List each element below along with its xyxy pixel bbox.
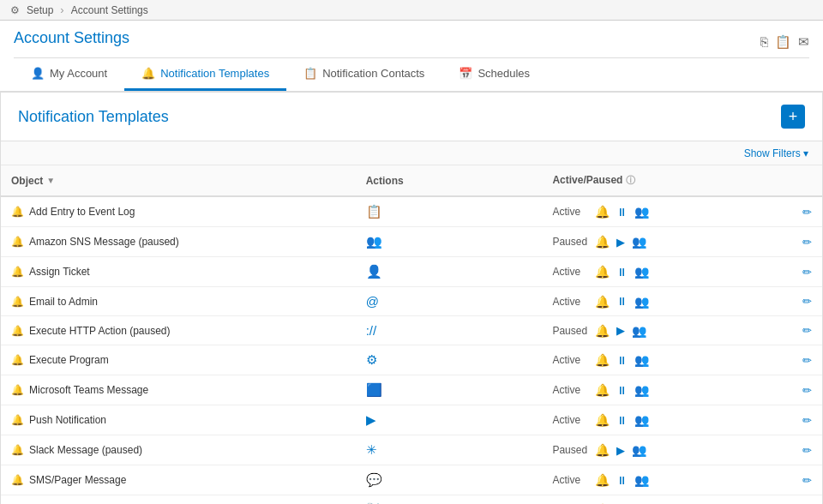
bell-action-icon[interactable]: 🔔 bbox=[595, 205, 610, 219]
pause-icon[interactable]: ⏸ bbox=[616, 354, 628, 367]
bell-action-icon[interactable]: 🔔 bbox=[595, 383, 610, 397]
cell-edit: ✏ bbox=[748, 316, 822, 345]
edit-icon[interactable]: ✏ bbox=[802, 384, 812, 397]
users-icon[interactable]: 👥 bbox=[634, 413, 649, 427]
cell-actions: 💬 bbox=[356, 465, 543, 495]
users-icon[interactable]: 👥 bbox=[632, 235, 646, 249]
cell-edit: ✏ bbox=[748, 227, 822, 257]
status-label: Active bbox=[552, 414, 588, 426]
table-header-row: Object ▼ Actions Active/Paused ⓘ bbox=[1, 165, 822, 196]
pause-icon[interactable]: ⏸ bbox=[616, 474, 628, 487]
edit-icon[interactable]: ✏ bbox=[802, 266, 812, 279]
edit-icon[interactable]: ✏ bbox=[802, 236, 812, 249]
bell-action-icon[interactable]: 🔔 bbox=[595, 473, 610, 487]
cell-actions: ✳ bbox=[356, 435, 543, 465]
bell-action-icon[interactable]: 🔔 bbox=[595, 265, 610, 279]
cell-status: Active 🔔 ⏸ 👥 bbox=[542, 465, 748, 495]
col-header-status: Active/Paused ⓘ bbox=[542, 165, 748, 196]
cell-actions: 📡 bbox=[356, 495, 543, 505]
cell-status: Active 🔔 ⏸ 👥 bbox=[542, 375, 748, 405]
page-title: Account Settings bbox=[14, 29, 129, 54]
bell-action-icon[interactable]: 🔔 bbox=[595, 235, 610, 249]
bell-action-icon[interactable]: 🔔 bbox=[595, 413, 610, 427]
edit-icon[interactable]: ✏ bbox=[802, 206, 812, 219]
item-name-label: Assign Ticket bbox=[29, 266, 90, 278]
users-icon[interactable]: 👥 bbox=[634, 205, 649, 219]
pause-icon[interactable]: ⏸ bbox=[616, 295, 628, 308]
edit-icon[interactable]: ✏ bbox=[802, 414, 812, 427]
action-type-icon: ✳ bbox=[366, 442, 377, 457]
cell-object: 🔔 Microsoft Teams Message bbox=[1, 375, 356, 405]
tab-schedules[interactable]: 📅 Schedules bbox=[442, 58, 547, 91]
cell-object: 🔔 Amazon SNS Message (paused) bbox=[1, 227, 356, 257]
edit-icon[interactable]: ✏ bbox=[802, 474, 812, 487]
pause-icon[interactable]: ⏸ bbox=[616, 206, 628, 219]
bell-action-icon[interactable]: 🔔 bbox=[595, 295, 610, 309]
item-name-label: SMS/Pager Message bbox=[29, 474, 126, 486]
cell-object: 🔔 SNMP Trap bbox=[1, 495, 356, 505]
edit-icon[interactable]: ✏ bbox=[802, 324, 812, 337]
add-button[interactable]: + bbox=[781, 105, 805, 129]
cell-edit: ✏ bbox=[748, 287, 822, 316]
pause-icon[interactable]: ⏸ bbox=[616, 266, 628, 279]
pause-icon[interactable]: ⏸ bbox=[616, 414, 628, 427]
copy-icon[interactable]: ⎘ bbox=[760, 34, 768, 50]
item-name-label: Slack Message (paused) bbox=[29, 444, 142, 456]
paste-icon[interactable]: 📋 bbox=[775, 34, 791, 50]
status-label: Paused bbox=[552, 236, 588, 248]
users-icon[interactable]: 👥 bbox=[634, 473, 649, 487]
cell-actions: 🟦 bbox=[356, 375, 543, 405]
cell-actions: 👥 bbox=[356, 227, 543, 257]
show-filters-link[interactable]: Show Filters ▾ bbox=[744, 147, 808, 159]
cell-actions: 📋 bbox=[356, 196, 543, 227]
action-type-icon: @ bbox=[366, 294, 379, 309]
table-row: 🔔 Email to Admin @ Active 🔔 ⏸ 👥 ✏ bbox=[1, 287, 822, 316]
bell-action-icon[interactable]: 🔔 bbox=[595, 353, 610, 367]
status-label: Active bbox=[552, 474, 588, 486]
bell-action-icon[interactable]: 🔔 bbox=[595, 443, 610, 457]
action-type-icon: 👤 bbox=[366, 264, 382, 279]
bell-action-icon[interactable]: 🔔 bbox=[595, 324, 610, 338]
users-icon[interactable]: 👥 bbox=[632, 443, 646, 457]
sort-icon: ▼ bbox=[46, 176, 55, 185]
tab-notification-templates[interactable]: 🔔 Notification Templates bbox=[124, 58, 286, 91]
action-type-icon: 💬 bbox=[366, 472, 382, 487]
users-icon[interactable]: 👥 bbox=[634, 265, 649, 279]
setup-link[interactable]: Setup bbox=[27, 4, 53, 16]
action-type-icon: :// bbox=[366, 323, 377, 338]
users-icon[interactable]: 👥 bbox=[634, 295, 649, 309]
section-header: Notification Templates + bbox=[1, 93, 822, 141]
play-icon[interactable]: ▶ bbox=[616, 444, 625, 457]
cell-status: Paused 🔔 ▶ 👥 bbox=[542, 227, 748, 257]
cell-edit: ✏ bbox=[748, 495, 822, 505]
cell-edit: ✏ bbox=[748, 345, 822, 375]
cell-edit: ✏ bbox=[748, 196, 822, 227]
status-label: Active bbox=[552, 296, 588, 308]
users-icon[interactable]: 👥 bbox=[634, 383, 649, 397]
tab-notification-contacts[interactable]: 📋 Notification Contacts bbox=[286, 58, 442, 91]
pause-icon[interactable]: ⏸ bbox=[616, 384, 628, 397]
email-header-icon[interactable]: ✉ bbox=[798, 34, 809, 50]
col-header-object[interactable]: Object ▼ bbox=[1, 165, 356, 196]
table-row: 🔔 SNMP Trap 📡 Active 🔔 ⏸ 👥 ✏ bbox=[1, 495, 822, 505]
account-settings-breadcrumb[interactable]: Account Settings bbox=[71, 4, 148, 16]
cell-object: 🔔 Add Entry to Event Log bbox=[1, 196, 356, 227]
users-icon[interactable]: 👥 bbox=[634, 353, 649, 367]
cell-object: 🔔 Assign Ticket bbox=[1, 257, 356, 287]
users-icon[interactable]: 👥 bbox=[632, 324, 646, 338]
bell-row-icon: 🔔 bbox=[11, 444, 24, 456]
status-label: Active bbox=[552, 354, 588, 366]
play-icon[interactable]: ▶ bbox=[616, 236, 625, 249]
content-area: Notification Templates + Show Filters ▾ … bbox=[0, 92, 823, 504]
cell-edit: ✏ bbox=[748, 375, 822, 405]
top-bar: ⚙ Setup › Account Settings bbox=[0, 0, 823, 21]
bell-row-icon: 🔔 bbox=[11, 414, 24, 426]
play-icon[interactable]: ▶ bbox=[616, 324, 625, 337]
cell-object: 🔔 Push Notification bbox=[1, 405, 356, 435]
action-type-icon: ▶ bbox=[366, 412, 376, 427]
edit-icon[interactable]: ✏ bbox=[802, 354, 812, 367]
cell-edit: ✏ bbox=[748, 465, 822, 495]
tab-my-account[interactable]: 👤 My Account bbox=[14, 58, 124, 91]
edit-icon[interactable]: ✏ bbox=[802, 444, 812, 457]
edit-icon[interactable]: ✏ bbox=[802, 295, 812, 308]
